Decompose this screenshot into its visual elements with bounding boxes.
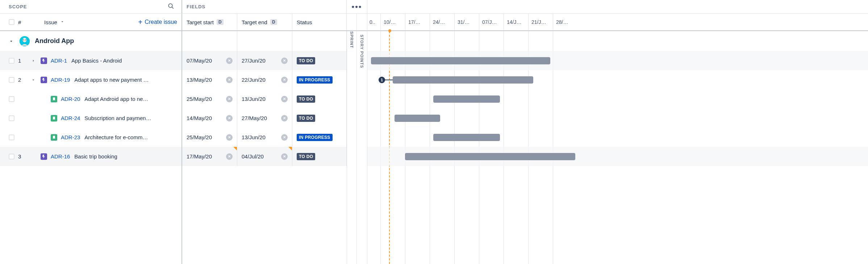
issue-row[interactable]: 2ADR-19Adapt apps to new payment … — [0, 70, 181, 89]
issue-title: Subscription and paymen… — [84, 115, 177, 121]
status-badge[interactable]: IN PROGRESS — [297, 76, 333, 84]
search-icon[interactable] — [168, 3, 174, 10]
story-icon — [51, 96, 57, 102]
clear-date-icon[interactable] — [281, 77, 288, 83]
column-target-start[interactable]: Target start — [187, 19, 214, 25]
target-start-value: 07/May/20 — [187, 58, 212, 64]
status-badge[interactable]: IN PROGRESS — [297, 134, 333, 141]
status-badge[interactable]: TO DO — [297, 57, 315, 64]
gantt-bar[interactable] — [395, 115, 440, 122]
issue-key-link[interactable]: ADR-20 — [61, 96, 80, 102]
dependency-count[interactable]: 1 — [379, 77, 385, 83]
target-start-value: 13/May/20 — [187, 77, 212, 83]
row-checkbox[interactable] — [9, 58, 14, 64]
target-end-value: 04/Jul/20 — [242, 153, 264, 159]
issue-title: Architecture for e-comm… — [84, 134, 177, 140]
more-menu-icon[interactable]: ••• — [350, 1, 363, 12]
select-all-checkbox[interactable] — [9, 19, 14, 25]
plus-icon: + — [138, 18, 142, 26]
row-number: 1 — [18, 58, 25, 64]
target-end-value: 22/Jun/20 — [242, 77, 266, 83]
timeline-tick: 28/… — [553, 14, 577, 30]
issue-key-link[interactable]: ADR-24 — [61, 115, 80, 121]
issue-key-link[interactable]: ADR-23 — [61, 134, 80, 140]
issue-title: Adapt Android app to ne… — [84, 96, 177, 102]
row-checkbox[interactable] — [9, 77, 14, 83]
clear-date-icon[interactable] — [281, 96, 288, 102]
clear-date-icon[interactable] — [281, 134, 288, 141]
clear-date-icon[interactable] — [226, 58, 233, 64]
svg-line-1 — [172, 7, 174, 9]
issue-row[interactable]: 1ADR-1App Basics - Android — [0, 51, 181, 70]
issue-key-link[interactable]: ADR-19 — [51, 77, 70, 83]
timeline-tick: 24/… — [430, 14, 454, 30]
chevron-down-icon[interactable] — [60, 19, 64, 25]
target-end-value: 13/Jun/20 — [242, 134, 266, 140]
epic-icon — [41, 77, 47, 83]
column-target-end[interactable]: Target end — [242, 19, 267, 25]
clear-date-icon[interactable] — [281, 153, 288, 160]
clear-date-icon[interactable] — [281, 58, 288, 64]
date-badge: D — [270, 19, 277, 25]
row-checkbox[interactable] — [9, 96, 14, 102]
row-checkbox[interactable] — [9, 115, 14, 121]
issue-title: App Basics - Android — [71, 58, 177, 64]
issue-key-link[interactable]: ADR-1 — [51, 58, 67, 64]
collapse-project-icon[interactable] — [9, 39, 14, 44]
create-issue-button[interactable]: + Create issue — [138, 18, 177, 26]
gantt-bar[interactable] — [405, 153, 575, 160]
target-end-value: 27/Jun/20 — [242, 58, 266, 64]
gantt-bar[interactable] — [393, 76, 533, 84]
status-badge[interactable]: TO DO — [297, 153, 315, 160]
timeline-tick: 21/J… — [528, 14, 553, 30]
story-points-column-label: STORY POINTS — [360, 34, 364, 68]
status-badge[interactable]: TO DO — [297, 95, 315, 103]
clear-date-icon[interactable] — [226, 134, 233, 141]
status-badge[interactable]: TO DO — [297, 115, 315, 122]
issue-row[interactable]: ADR-23Architecture for e-comm… — [0, 128, 181, 147]
clear-date-icon[interactable] — [226, 153, 233, 160]
target-start-value: 25/May/20 — [187, 134, 212, 140]
chevron-right-icon[interactable] — [31, 59, 38, 63]
column-status[interactable]: Status — [297, 19, 312, 25]
gantt-bar[interactable] — [433, 95, 500, 103]
issue-title: Adapt apps to new payment … — [74, 77, 177, 83]
create-issue-label: Create issue — [145, 19, 177, 25]
timeline-tick: 07/J… — [479, 14, 504, 30]
sprint-column-label: SPRINT — [350, 31, 354, 48]
gantt-bar[interactable] — [433, 134, 500, 141]
row-number: 2 — [18, 77, 25, 83]
issue-key-link[interactable]: ADR-16 — [51, 153, 70, 159]
row-checkbox[interactable] — [9, 154, 14, 159]
svg-point-5 — [25, 39, 26, 40]
target-end-value: 27/May/20 — [242, 115, 267, 121]
story-icon — [51, 115, 57, 122]
issue-row[interactable]: 3ADR-16Basic trip booking — [0, 147, 181, 166]
timeline-tick: 14/J… — [504, 14, 528, 30]
issue-row[interactable]: ADR-24Subscription and paymen… — [0, 108, 181, 128]
row-number: 3 — [18, 153, 25, 159]
svg-point-4 — [23, 39, 24, 40]
project-name[interactable]: Android App — [35, 37, 74, 45]
target-start-value: 25/May/20 — [187, 96, 212, 102]
chevron-down-icon[interactable] — [31, 78, 38, 82]
epic-icon — [41, 58, 47, 64]
warning-icon — [233, 147, 237, 150]
column-issue[interactable]: Issue — [44, 19, 57, 25]
issue-row[interactable]: ADR-20Adapt Android app to ne… — [0, 89, 181, 108]
timeline-tick: 0.. — [367, 14, 380, 30]
target-start-value: 14/May/20 — [187, 115, 212, 121]
clear-date-icon[interactable] — [281, 115, 288, 122]
clear-date-icon[interactable] — [226, 77, 233, 83]
clear-date-icon[interactable] — [226, 96, 233, 102]
story-icon — [51, 134, 57, 141]
svg-point-0 — [168, 4, 172, 8]
row-checkbox[interactable] — [9, 135, 14, 140]
issue-title: Basic trip booking — [74, 153, 177, 159]
clear-date-icon[interactable] — [226, 115, 233, 122]
target-end-value: 13/Jun/20 — [242, 96, 266, 102]
gantt-bar[interactable] — [371, 57, 550, 64]
target-start-value: 17/May/20 — [187, 153, 212, 159]
timeline-tick: 10/… — [380, 14, 405, 30]
timeline-tick: 17/… — [405, 14, 430, 30]
